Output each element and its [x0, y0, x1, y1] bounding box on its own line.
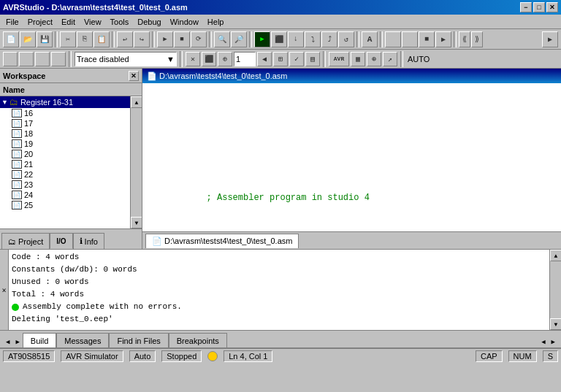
- extra-btn4[interactable]: ▶: [435, 31, 451, 47]
- status-num-text: NUM: [514, 352, 532, 361]
- title-bar: AVRStudio - D:\avrasm\testst4\test_0\tes…: [0, 0, 561, 15]
- tab-project[interactable]: 🗂 Project: [1, 233, 50, 249]
- step-count-input[interactable]: 1: [234, 52, 256, 66]
- tree-item-8[interactable]: 📄 24: [0, 190, 130, 200]
- menu-file[interactable]: File: [1, 16, 23, 28]
- debug-btn6[interactable]: ↺: [338, 31, 354, 47]
- tb2-btn13[interactable]: ⊛: [367, 52, 381, 66]
- tb2-btn10[interactable]: ✓: [289, 52, 304, 66]
- menu-help[interactable]: Help: [203, 16, 229, 28]
- tb2-btn8[interactable]: ◀: [257, 52, 272, 66]
- menu-project[interactable]: Project: [23, 16, 57, 28]
- tree-root-item[interactable]: ▼ 🗂 Register 16-31: [0, 96, 130, 108]
- output-scroll-up[interactable]: ▲: [550, 250, 561, 261]
- tree-item-1[interactable]: 📄 17: [0, 118, 130, 128]
- tree-item-label-6: 22: [24, 170, 33, 179]
- tb2-btn7[interactable]: ⊕: [218, 52, 232, 66]
- right-arrow-btn[interactable]: ▶: [542, 31, 558, 47]
- tree-item-3[interactable]: 📄 19: [0, 139, 130, 149]
- scroll-track[interactable]: [131, 108, 142, 217]
- tree-item-6[interactable]: 📄 22: [0, 169, 130, 180]
- tb2-btn4[interactable]: [51, 52, 66, 66]
- tb2-btn5[interactable]: ✕: [186, 52, 200, 66]
- debug-btn2[interactable]: ⬛: [271, 31, 287, 47]
- tree-item-2[interactable]: 📄 18: [0, 128, 130, 139]
- debug-btn5[interactable]: ⤴: [321, 31, 337, 47]
- undo-button[interactable]: ↩: [117, 31, 133, 47]
- output-tab-right-scroll-left[interactable]: ◀: [538, 337, 548, 347]
- tree-item-7[interactable]: 📄 23: [0, 180, 130, 190]
- open-button[interactable]: 📂: [20, 31, 36, 47]
- build-button-2[interactable]: ■: [174, 31, 190, 47]
- output-close-sidebar[interactable]: ×: [0, 250, 9, 330]
- menu-debug[interactable]: Debug: [133, 16, 165, 28]
- debug-btn3[interactable]: ↓: [288, 31, 304, 47]
- debug-btn1[interactable]: ▶: [254, 31, 270, 47]
- status-simulator: AVR Simulator: [61, 350, 123, 362]
- workspace-close-button[interactable]: ✕: [129, 71, 139, 81]
- output-tab-find[interactable]: Find in Files: [109, 333, 168, 347]
- copy-button[interactable]: ⎘: [77, 31, 93, 47]
- extra-btn5[interactable]: ⟪: [459, 31, 470, 47]
- output-scroll-track[interactable]: [550, 261, 561, 318]
- menu-window[interactable]: Window: [166, 16, 203, 28]
- menu-edit[interactable]: Edit: [57, 16, 80, 28]
- build-button-1[interactable]: ▶: [157, 31, 173, 47]
- output-tab-scroll-left[interactable]: ◀: [3, 337, 12, 347]
- extra-btn6[interactable]: ⟫: [471, 31, 483, 47]
- redo-button[interactable]: ↪: [134, 31, 150, 47]
- output-tab-messages[interactable]: Messages: [56, 333, 109, 347]
- extra-btn1[interactable]: [385, 31, 401, 47]
- output-tab-build[interactable]: Build: [23, 333, 56, 347]
- paste-button[interactable]: 📋: [94, 31, 110, 47]
- output-tab-scroll-right[interactable]: ▶: [12, 337, 22, 347]
- scroll-up-button[interactable]: ▲: [131, 96, 142, 108]
- output-tab-breakpoints[interactable]: Breakpoints: [169, 333, 227, 347]
- tb2-btn6[interactable]: ⬛: [202, 52, 216, 66]
- tb2-btn9[interactable]: ⊞: [273, 52, 288, 66]
- tb2-btn1[interactable]: [3, 52, 18, 66]
- tab-info[interactable]: ℹ Info: [73, 233, 104, 249]
- avr-btn[interactable]: AVR: [329, 52, 349, 66]
- output-tabs: ◀ ▶ Build Messages Find in Files Breakpo…: [0, 330, 561, 347]
- tab-io[interactable]: I/O: [50, 233, 72, 249]
- tb2-btn2[interactable]: [19, 52, 34, 66]
- tb2-btn14[interactable]: ↗: [383, 52, 397, 66]
- scroll-down-button[interactable]: ▼: [131, 217, 142, 228]
- output-tab-right-scroll-right[interactable]: ▶: [549, 337, 558, 347]
- search-button[interactable]: 🔎: [231, 31, 247, 47]
- menu-tools[interactable]: Tools: [106, 16, 134, 28]
- extra-btn3[interactable]: ■: [419, 31, 435, 47]
- minimize-button[interactable]: −: [520, 2, 532, 12]
- cut-button[interactable]: ✂: [60, 31, 76, 47]
- close-button[interactable]: ✕: [546, 2, 558, 12]
- dropdown-arrow-icon: ▼: [167, 55, 175, 64]
- build-button-3[interactable]: ⟳: [191, 31, 207, 47]
- code-line-blank2: [164, 152, 558, 165]
- output-tab-find-label: Find in Files: [117, 337, 160, 345]
- workspace-tree-area: ▼ 🗂 Register 16-31 📄 16 📄 17 📄 18: [0, 96, 142, 228]
- output-scroll-down[interactable]: ▼: [550, 318, 561, 330]
- tree-item-4[interactable]: 📄 20: [0, 149, 130, 159]
- tb2-btn3[interactable]: [35, 52, 50, 66]
- file-tab-icon: 📄: [147, 72, 157, 81]
- maximize-button[interactable]: □: [533, 2, 545, 12]
- tb2-btn12[interactable]: ▦: [351, 52, 365, 66]
- trace-dropdown[interactable]: Trace disabled ▼: [75, 52, 177, 66]
- extra-btn2[interactable]: [402, 31, 418, 47]
- find-button[interactable]: 🔍: [214, 31, 230, 47]
- file-icon-2: 📄: [12, 129, 22, 138]
- tree-item-9[interactable]: 📄 25: [0, 200, 130, 210]
- save-button[interactable]: 💾: [37, 31, 53, 47]
- tree-item-5[interactable]: 📄 21: [0, 159, 130, 169]
- tree-item-0[interactable]: 📄 16: [0, 108, 130, 118]
- tb2-btn11[interactable]: ▤: [305, 52, 320, 66]
- code-scroll-area[interactable]: ; Assembler program in studio 4 ▶ ldi R1…: [142, 83, 561, 231]
- output-line-3-text: Total : 4 words: [12, 288, 84, 301]
- debug-btn4[interactable]: ⤵: [305, 31, 321, 47]
- file-tab-bottom-item[interactable]: 📄 D:\avrasm\testst4\test_0\test_0.asm: [145, 234, 299, 248]
- output-line-5: Deleting 'test_0.eep': [12, 313, 546, 326]
- new-button[interactable]: 📄: [3, 31, 19, 47]
- text-btn[interactable]: A: [362, 31, 378, 47]
- menu-view[interactable]: View: [80, 16, 106, 28]
